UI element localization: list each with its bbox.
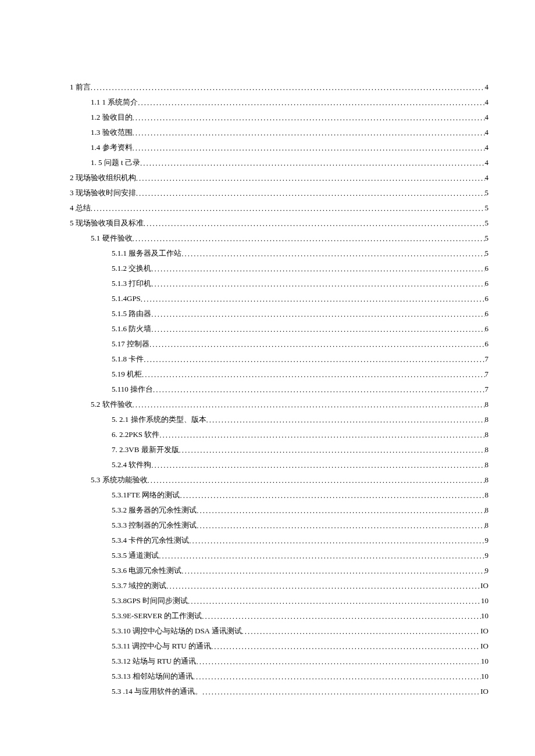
toc-label: 5.1 硬件验收 xyxy=(91,232,133,244)
toc-entry[interactable]: 1. 5 问题 t 己录4 xyxy=(70,157,488,169)
toc-page: IO xyxy=(480,640,488,652)
toc-entry[interactable]: 2 现场验收组织机构4 xyxy=(70,172,488,184)
toc-page: 8 xyxy=(485,519,489,531)
toc-entry[interactable]: 5.2 软件验收8 xyxy=(70,399,488,410)
toc-label: 1.3 验收范围 xyxy=(91,127,133,138)
toc-label: 1.1 1 系统简介 xyxy=(91,96,138,108)
toc-label: 5.3.11 调控中心与 RTU 的通讯 xyxy=(112,640,211,652)
toc-entry[interactable]: 5.1.3 打印机6 xyxy=(70,278,488,289)
toc-page: 4 xyxy=(485,127,489,138)
toc-entry[interactable]: 5.3 .14 与应用软件的通讯。IO xyxy=(70,686,488,697)
toc-leader xyxy=(242,626,481,637)
toc-entry[interactable]: 5.2.4 软件狗8 xyxy=(70,459,488,471)
toc-entry[interactable]: 5.3.11 调控中心与 RTU 的通讯IO xyxy=(70,640,488,652)
toc-entry[interactable]: 1.2 验收目的4 xyxy=(70,112,488,123)
toc-leader xyxy=(133,127,485,139)
toc-leader xyxy=(142,369,485,381)
toc-entry[interactable]: 5.3.3 控制器的冗余性测试8 xyxy=(70,519,488,531)
toc-entry[interactable]: 5.3.1FTE 网络的测试8 xyxy=(70,489,488,501)
toc-label: 2 现场验收组织机构 xyxy=(70,172,136,184)
toc-leader xyxy=(148,475,485,486)
toc-leader xyxy=(159,550,484,562)
toc-leader xyxy=(202,611,481,622)
toc-label: 5.2.4 软件狗 xyxy=(112,459,151,471)
toc-entry[interactable]: 3 现场验收时间安排5 xyxy=(70,187,488,199)
toc-entry[interactable]: 5.1 硬件验收5 xyxy=(70,232,488,244)
toc-leader xyxy=(188,596,481,607)
toc-label: 5.17 控制器 xyxy=(112,338,149,350)
toc-leader xyxy=(140,157,485,169)
toc-leader xyxy=(144,354,484,366)
toc-page: 7 xyxy=(485,368,489,380)
toc-entry[interactable]: 6. 2.2PKS 软件8 xyxy=(70,429,488,440)
toc-leader xyxy=(151,460,484,471)
toc-page: 5 xyxy=(485,202,489,214)
toc-page: 7 xyxy=(485,384,489,395)
toc-leader xyxy=(197,520,484,532)
toc-page: 9 xyxy=(485,565,489,576)
toc-entry[interactable]: 5.3.4 卡件的冗余性测试9 xyxy=(70,535,488,546)
toc-entry[interactable]: 5.1.8 卡件7 xyxy=(70,353,488,365)
toc-entry[interactable]: 1.3 验收范围4 xyxy=(70,127,488,138)
toc-entry[interactable]: 1 前言4 xyxy=(70,81,488,93)
toc-label: 5.3.6 电源冗余性测试 xyxy=(112,565,181,576)
toc-leader xyxy=(206,414,485,426)
toc-leader xyxy=(151,324,484,335)
toc-leader xyxy=(144,218,485,230)
toc-label: 5.3.8GPS 时间同步测试 xyxy=(112,595,188,607)
toc-entry[interactable]: 5.17 控制器6 xyxy=(70,338,488,350)
toc-page: 4 xyxy=(485,112,489,123)
toc-label: 5.3.10 调控中心与站场的 DSA 通讯测试 xyxy=(112,625,242,637)
toc-entry[interactable]: 5.3.9E-SERVER 的工作测试10 xyxy=(70,610,488,622)
toc-leader xyxy=(133,399,485,411)
toc-entry[interactable]: 5.3.13 相邻站场间的通讯10 xyxy=(70,671,488,682)
toc-label: 5 现场验收项目及标准 xyxy=(70,217,144,229)
toc-label: 5.19 机柜 xyxy=(112,368,142,380)
toc-page: 6 xyxy=(485,323,489,335)
toc-entry[interactable]: 1.1 1 系统简介4 xyxy=(70,96,488,108)
toc-entry[interactable]: 5.3.7 域控的测试IO xyxy=(70,580,488,592)
toc-label: 6. 2.2PKS 软件 xyxy=(112,429,159,440)
toc-page: 6 xyxy=(485,263,489,274)
toc-page: 10 xyxy=(481,610,488,622)
toc-entry[interactable]: 5 现场验收项目及标准5 xyxy=(70,217,488,229)
toc-entry[interactable]: 5.1.4GPS6 xyxy=(70,293,488,304)
toc-entry[interactable]: 5.3.6 电源冗余性测试9 xyxy=(70,565,488,576)
toc-page: 4 xyxy=(485,81,489,93)
toc-leader xyxy=(166,581,480,592)
toc-leader xyxy=(136,188,485,199)
toc-entry[interactable]: 1.4 参考资料4 xyxy=(70,142,488,153)
toc-entry[interactable]: 7. 2.3VB 最新开发版8 xyxy=(70,444,488,456)
toc-leader xyxy=(180,490,484,501)
toc-label: 5.2 软件验收 xyxy=(91,399,133,410)
toc-leader xyxy=(133,142,485,154)
toc-entry[interactable]: 5.3.5 通道测试9 xyxy=(70,550,488,561)
toc-leader xyxy=(202,686,480,698)
toc-page: 10 xyxy=(481,655,488,667)
toc-entry[interactable]: 5.19 机柜7 xyxy=(70,368,488,380)
toc-leader xyxy=(197,505,484,517)
toc-page: 5 xyxy=(485,232,489,244)
toc-page: 8 xyxy=(485,474,489,486)
table-of-contents: 1 前言41.1 1 系统简介41.2 验收目的41.3 验收范围41.4 参考… xyxy=(70,81,488,697)
toc-entry[interactable]: 5.110 操作台7 xyxy=(70,384,488,395)
toc-entry[interactable]: 5.1.1 服务器及工作站5 xyxy=(70,248,488,259)
toc-leader xyxy=(211,641,480,653)
toc-entry[interactable]: 5.3.10 调控中心与站场的 DSA 通讯测试IO xyxy=(70,625,488,637)
toc-entry[interactable]: 5.1.5 路由器6 xyxy=(70,308,488,320)
toc-page: 6 xyxy=(485,308,489,320)
toc-label: 5.3.9E-SERVER 的工作测试 xyxy=(112,610,202,622)
toc-page: 9 xyxy=(485,535,489,546)
toc-entry[interactable]: 5.3.2 服务器的冗余性测试8 xyxy=(70,504,488,516)
toc-entry[interactable]: 5.3.12 站场与 RTU 的通讯10 xyxy=(70,655,488,667)
toc-page: 4 xyxy=(485,142,489,153)
toc-entry[interactable]: 5.3.8GPS 时间同步测试10 xyxy=(70,595,488,607)
toc-entry[interactable]: 4 总结5 xyxy=(70,202,488,214)
toc-page: 6 xyxy=(485,338,489,350)
toc-entry[interactable]: 5.3 系统功能验收8 xyxy=(70,474,488,486)
toc-leader xyxy=(91,82,485,94)
toc-entry[interactable]: 5.1.2 交换机6 xyxy=(70,263,488,274)
toc-page: 5 xyxy=(485,217,489,229)
toc-entry[interactable]: 5. 2.1 操作系统的类型、版本8 xyxy=(70,414,488,425)
toc-entry[interactable]: 5.1.6 防火墙6 xyxy=(70,323,488,335)
